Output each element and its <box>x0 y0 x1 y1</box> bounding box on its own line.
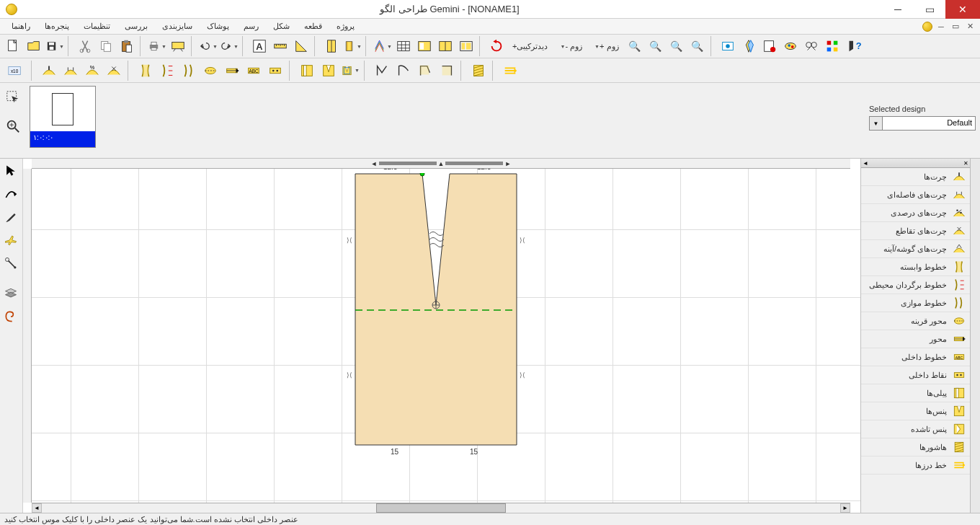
layers-tool[interactable] <box>1 284 20 303</box>
zoom-tool-1[interactable]: 🔍 <box>625 36 645 56</box>
panel-item-internal-pts[interactable]: نقاط داخلی <box>861 366 970 384</box>
zoom-fit-tool[interactable] <box>3 116 23 136</box>
undo-button[interactable]: ▼ <box>198 36 218 56</box>
notch-4-button[interactable] <box>104 61 124 81</box>
misc-tool-6[interactable] <box>822 36 842 56</box>
panel-item-notch-corner[interactable]: چرت‌های گوشه/آینه <box>861 240 970 258</box>
pleats-button[interactable] <box>297 61 317 81</box>
panel-item-pleats[interactable]: پیلی‌ها <box>861 384 970 402</box>
notch-1-button[interactable] <box>39 61 59 81</box>
panel-item-parallel[interactable]: خطوط موازی <box>861 294 970 312</box>
pointer-tool[interactable] <box>1 162 20 180</box>
zoom-tool-3[interactable]: 🔍 <box>667 36 687 56</box>
panel-item-seam[interactable]: خط درزها <box>861 456 970 475</box>
pattern-tool-2[interactable]: ▼ <box>342 36 362 56</box>
marker-tool-2[interactable] <box>435 36 455 56</box>
select-all-tool[interactable] <box>3 87 23 107</box>
angle-tool-button[interactable] <box>291 36 311 56</box>
handle[interactable]: ⟩⟨ <box>346 371 353 379</box>
handle[interactable]: ⟩⟨ <box>519 237 526 244</box>
selected-design-dropdown[interactable]: ▼ Default <box>869 116 976 131</box>
print-button[interactable]: ▼ <box>147 36 167 56</box>
darts-button[interactable] <box>318 61 339 81</box>
panel-item-internal-lines[interactable]: ABCخطوط داخلی <box>861 348 970 366</box>
scroll-thumb[interactable] <box>376 503 506 513</box>
darts-2-button[interactable]: ▼ <box>340 61 360 81</box>
misc-tool-2[interactable] <box>739 36 759 56</box>
panel-item-notch-cross[interactable]: چرت‌های تقاطع <box>861 222 970 240</box>
handle[interactable]: ⟩⟨ <box>519 371 526 379</box>
pen-tool[interactable] <box>1 208 20 226</box>
curve-tool-3[interactable] <box>415 61 435 81</box>
panel-item-hatch[interactable]: هاشورها <box>861 438 970 456</box>
menu-project[interactable]: پروژه <box>329 20 362 32</box>
zoom-tool-4[interactable]: 🔍 <box>687 36 708 56</box>
hatch-button[interactable] <box>468 61 489 81</box>
panel-item-notch-dist[interactable]: چرت‌های فاصله‌ای <box>861 186 970 204</box>
lines-2-button[interactable] <box>157 61 177 81</box>
menu-garment[interactable]: پوشاک <box>200 20 236 32</box>
plane-tool[interactable] <box>1 231 20 250</box>
grading-tool-1[interactable]: ▼ <box>373 36 393 56</box>
menu-shape[interactable]: شکل <box>266 20 297 32</box>
internal-pts-button[interactable] <box>265 61 285 81</box>
close-button[interactable]: ✕ <box>945 0 980 19</box>
spiral-tool[interactable] <box>1 307 20 326</box>
panel-scrollbar[interactable] <box>970 159 980 513</box>
menu-help[interactable]: راهنما <box>4 20 37 32</box>
misc-tool-3[interactable] <box>760 36 780 56</box>
axis-button[interactable] <box>222 61 242 81</box>
internal-lines-button[interactable]: ABC <box>244 61 264 81</box>
zoom-tool-2[interactable]: 🔍 <box>646 36 666 56</box>
seam-button[interactable] <box>500 61 520 81</box>
panel-item-sym-axis[interactable]: محور قرینه <box>861 312 970 330</box>
minimize-button[interactable]: ─ <box>882 0 914 19</box>
mdi-close-button[interactable]: ✕ <box>964 22 976 32</box>
open-button[interactable] <box>24 36 44 56</box>
parallel-button[interactable] <box>179 61 199 81</box>
curve-edit-tool[interactable] <box>1 185 20 203</box>
marker-tool-3[interactable] <box>456 36 476 56</box>
tb2-mode[interactable]: x10 <box>3 61 27 81</box>
paste-button[interactable] <box>117 36 137 56</box>
help-button[interactable]: ? <box>843 36 863 56</box>
mdi-restore-button[interactable]: ▭ <box>950 22 961 32</box>
zoom-minus-button[interactable]: زوم -▼ <box>553 36 587 56</box>
misc-tool-1[interactable] <box>718 36 738 56</box>
notch-3-button[interactable]: % <box>82 61 102 81</box>
panel-item-dep-lines[interactable]: خطوط وابسته <box>861 258 970 276</box>
scroll-right-button[interactable]: ► <box>840 503 850 513</box>
cut-button[interactable] <box>75 36 95 56</box>
curve-tool-1[interactable] <box>372 61 392 81</box>
lines-1-button[interactable] <box>135 61 156 81</box>
curve-tool-4[interactable] <box>437 61 457 81</box>
panel-item-notch-pct[interactable]: چرت‌های درصدی <box>861 204 970 222</box>
sym-axis-button[interactable] <box>200 61 220 81</box>
marker-tool-1[interactable] <box>414 36 435 56</box>
scrollbar-horizontal[interactable]: ◄ ► <box>32 503 850 513</box>
canvas-viewport[interactable]: 12.5 12.5 15 15 ⟩⟨ ⟩⟨ ⟩⟨ ⟩⟨ <box>32 169 860 503</box>
panel-item-notch[interactable]: چرت‌ها <box>861 168 970 186</box>
pattern-piece[interactable]: 12.5 12.5 15 15 ⟩⟨ ⟩⟨ ⟩⟨ ⟩⟨ <box>355 173 517 446</box>
scroll-left-button[interactable]: ◄ <box>32 503 42 513</box>
panel-item-folded-dart[interactable]: پنس تاشده <box>861 420 970 438</box>
zoom-plus-button[interactable]: زوم +▼ <box>588 36 623 56</box>
piece-thumbnail[interactable]: ١:٠:٠:٠ <box>30 86 96 148</box>
save-button[interactable]: ▼ <box>45 36 65 56</box>
menu-piece[interactable]: قطعه <box>297 20 329 32</box>
redo-button[interactable]: ▼ <box>219 36 239 56</box>
table-tool[interactable] <box>393 36 414 56</box>
panel-item-axis[interactable]: محور <box>861 330 970 348</box>
notch-2-button[interactable] <box>61 61 81 81</box>
connector-tool[interactable] <box>1 254 20 273</box>
handle[interactable]: ⟩⟨ <box>346 237 353 244</box>
copy-button[interactable] <box>96 36 116 56</box>
measure-tool-button[interactable] <box>270 36 290 56</box>
menu-windows[interactable]: پنجره‌ها <box>37 20 76 32</box>
menu-check[interactable]: بررسی <box>117 20 155 32</box>
view-combined-button[interactable]: دیدترکیبی+ <box>507 36 553 56</box>
misc-tool-4[interactable] <box>780 36 801 56</box>
pattern-tool-1[interactable] <box>321 36 342 56</box>
text-tool-button[interactable]: A <box>249 36 270 56</box>
misc-tool-5[interactable] <box>801 36 821 56</box>
